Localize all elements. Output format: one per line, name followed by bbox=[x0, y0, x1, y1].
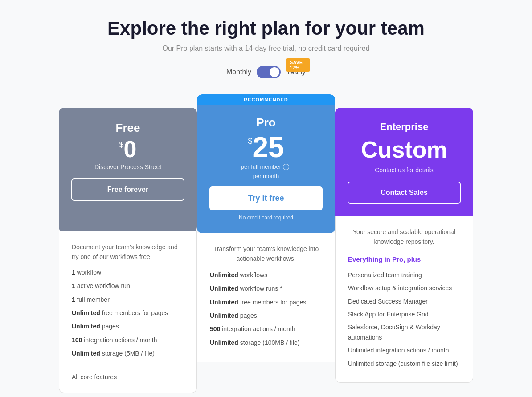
free-plan-card: Free $0 Discover Process Street Free for… bbox=[59, 108, 197, 232]
enterprise-feature-6: Unlimited integration actions / month bbox=[348, 345, 460, 355]
pro-plan-price-row: $25 bbox=[209, 133, 323, 162]
free-feature-4: Unlimited free members for pages bbox=[72, 308, 184, 318]
pro-feature-5: 500 integration actions / month bbox=[210, 324, 322, 334]
free-plan-description: Document your team's knowledge and try o… bbox=[72, 242, 184, 262]
pro-price-per2: per month bbox=[209, 173, 323, 179]
page-header: Explore the right plan for your team Our… bbox=[9, 18, 523, 53]
billing-toggle: Monthly Yearly SAVE 17% bbox=[9, 66, 523, 78]
free-feature-6: 100 integration actions / month bbox=[72, 335, 184, 345]
page-subtitle: Our Pro plan starts with a 14-day free t… bbox=[9, 45, 523, 53]
enterprise-description: Your secure and scalable operational kno… bbox=[348, 227, 460, 247]
free-price-symbol: $ bbox=[119, 140, 124, 149]
enterprise-plan-features: Your secure and scalable operational kno… bbox=[335, 216, 473, 383]
pro-plan-card: Pro $25 per full member i per month Try … bbox=[197, 105, 335, 233]
pro-feature-6: Unlimited storage (100MB / file) bbox=[210, 338, 322, 348]
monthly-label: Monthly bbox=[226, 68, 251, 76]
free-feature-3: 1 full member bbox=[72, 295, 184, 304]
try-it-free-button[interactable]: Try it free bbox=[209, 186, 323, 210]
enterprise-custom-price: Custom bbox=[348, 136, 461, 163]
free-feature-7: Unlimited storage (5MB / file) bbox=[72, 348, 184, 358]
recommended-badge: RECOMMENDED bbox=[197, 94, 335, 105]
toggle-thumb bbox=[270, 67, 279, 77]
pro-price-per-text: per full member bbox=[241, 163, 281, 170]
enterprise-plan-card: Enterprise Custom Contact us for details… bbox=[335, 108, 473, 216]
pro-feature-4: Unlimited pages bbox=[210, 311, 322, 320]
pro-feature-2: Unlimited workflow runs * bbox=[210, 284, 322, 293]
free-plan-price-row: $0 bbox=[71, 138, 184, 161]
free-plan-wrapper: Free $0 Discover Process Street Free for… bbox=[59, 94, 197, 393]
plans-container: Free $0 Discover Process Street Free for… bbox=[21, 94, 511, 393]
enterprise-plan-tagline: Contact us for details bbox=[348, 166, 461, 174]
everything-plus-label: Everything in Pro, plus bbox=[348, 254, 460, 265]
pro-plan-name: Pro bbox=[209, 116, 323, 130]
enterprise-feature-1: Personalized team training bbox=[348, 270, 460, 280]
pro-price-amount: 25 bbox=[252, 131, 284, 163]
contact-sales-button[interactable]: Contact Sales bbox=[348, 182, 461, 204]
pro-price-symbol: $ bbox=[248, 137, 252, 146]
free-feature-1: 1 workflow bbox=[72, 267, 184, 277]
free-price-amount: 0 bbox=[124, 136, 137, 162]
free-plan-features: Document your team's knowledge and try o… bbox=[59, 231, 197, 393]
enterprise-feature-7: Unlimited storage (custom file size limi… bbox=[348, 359, 460, 369]
pro-feature-3: Unlimited free members for pages bbox=[210, 297, 322, 307]
pro-feature-1: Unlimited workflows bbox=[210, 270, 322, 280]
page-title: Explore the right plan for your team bbox=[9, 18, 523, 39]
pro-price-per: per full member i bbox=[209, 163, 323, 170]
pro-plan-description: Transform your team's knowledge into act… bbox=[210, 244, 322, 264]
no-cc-label: No credit card required bbox=[209, 215, 323, 221]
enterprise-feature-2: Workflow setup & integration services bbox=[348, 283, 460, 293]
free-footer: All core features bbox=[72, 372, 184, 382]
pro-plan-wrapper: RECOMMENDED Pro $25 per full member i pe… bbox=[197, 94, 335, 362]
free-plan-tagline: Discover Process Street bbox=[71, 163, 184, 170]
billing-toggle-track[interactable] bbox=[257, 66, 281, 78]
free-forever-button[interactable]: Free forever bbox=[71, 178, 184, 201]
enterprise-plan-wrapper: Enterprise Custom Contact us for details… bbox=[335, 108, 473, 383]
free-plan-name: Free bbox=[71, 121, 184, 135]
yearly-label-wrap: Yearly SAVE 17% bbox=[286, 68, 306, 76]
enterprise-feature-4: Slack App for Enterprise Grid bbox=[348, 309, 460, 319]
enterprise-feature-3: Dedicated Success Manager bbox=[348, 296, 460, 306]
pro-plan-features: Transform your team's knowledge into act… bbox=[197, 233, 335, 362]
free-feature-5: Unlimited pages bbox=[72, 321, 184, 331]
enterprise-feature-5: Salesforce, DocuSign & Workday automatio… bbox=[348, 322, 460, 342]
free-feature-2: 1 active workflow run bbox=[72, 281, 184, 291]
save-badge: SAVE 17% bbox=[286, 58, 310, 72]
enterprise-plan-name: Enterprise bbox=[348, 121, 461, 133]
info-icon[interactable]: i bbox=[283, 164, 289, 170]
